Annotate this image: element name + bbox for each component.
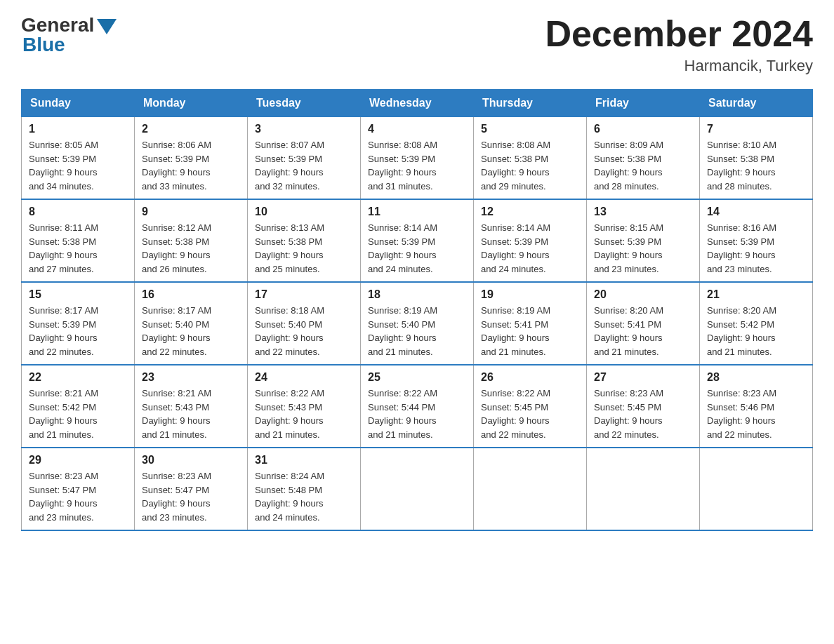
day-info-3: Sunrise: 8:07 AMSunset: 5:39 PMDaylight:… — [255, 138, 353, 193]
day-info-23: Sunrise: 8:21 AMSunset: 5:43 PMDaylight:… — [142, 387, 240, 441]
day-info-21: Sunrise: 8:20 AMSunset: 5:42 PMDaylight:… — [707, 304, 805, 358]
title-block: December 2024 Harmancik, Turkey — [545, 14, 813, 75]
day-number-25: 25 — [368, 371, 466, 384]
day-info-16: Sunrise: 8:17 AMSunset: 5:40 PMDaylight:… — [142, 304, 240, 358]
day-info-26: Sunrise: 8:22 AMSunset: 5:45 PMDaylight:… — [481, 387, 579, 441]
day-info-28: Sunrise: 8:23 AMSunset: 5:46 PMDaylight:… — [707, 387, 805, 441]
day-number-9: 9 — [142, 206, 240, 218]
day-number-31: 31 — [255, 454, 353, 467]
day-cell-6: 6Sunrise: 8:09 AMSunset: 5:38 PMDaylight… — [587, 117, 700, 200]
day-number-21: 21 — [707, 288, 805, 301]
day-cell-29: 29Sunrise: 8:23 AMSunset: 5:47 PMDayligh… — [22, 448, 135, 530]
day-number-29: 29 — [29, 454, 127, 467]
empty-cell — [361, 448, 474, 530]
day-number-18: 18 — [368, 288, 466, 301]
empty-cell — [474, 448, 587, 530]
day-number-22: 22 — [29, 371, 127, 384]
empty-cell — [587, 448, 700, 530]
day-number-6: 6 — [594, 123, 692, 135]
day-cell-24: 24Sunrise: 8:22 AMSunset: 5:43 PMDayligh… — [248, 365, 361, 448]
day-cell-9: 9Sunrise: 8:12 AMSunset: 5:38 PMDaylight… — [135, 199, 248, 282]
header-saturday: Saturday — [700, 90, 813, 117]
day-cell-21: 21Sunrise: 8:20 AMSunset: 5:42 PMDayligh… — [700, 282, 813, 365]
logo: General Blue — [21, 14, 117, 56]
day-info-29: Sunrise: 8:23 AMSunset: 5:47 PMDaylight:… — [29, 469, 127, 524]
header-row: SundayMondayTuesdayWednesdayThursdayFrid… — [22, 90, 813, 117]
day-cell-25: 25Sunrise: 8:22 AMSunset: 5:44 PMDayligh… — [361, 365, 474, 448]
day-info-30: Sunrise: 8:23 AMSunset: 5:47 PMDaylight:… — [142, 469, 240, 524]
header-wednesday: Wednesday — [361, 90, 474, 117]
day-info-15: Sunrise: 8:17 AMSunset: 5:39 PMDaylight:… — [29, 304, 127, 358]
day-info-27: Sunrise: 8:23 AMSunset: 5:45 PMDaylight:… — [594, 387, 692, 441]
day-info-24: Sunrise: 8:22 AMSunset: 5:43 PMDaylight:… — [255, 387, 353, 441]
logo-blue-text: Blue — [21, 34, 117, 56]
day-number-16: 16 — [142, 288, 240, 301]
header-tuesday: Tuesday — [248, 90, 361, 117]
day-number-26: 26 — [481, 371, 579, 384]
day-info-10: Sunrise: 8:13 AMSunset: 5:38 PMDaylight:… — [255, 221, 353, 276]
day-number-8: 8 — [29, 206, 127, 218]
day-info-20: Sunrise: 8:20 AMSunset: 5:41 PMDaylight:… — [594, 304, 692, 358]
day-number-28: 28 — [707, 371, 805, 384]
day-info-18: Sunrise: 8:19 AMSunset: 5:40 PMDaylight:… — [368, 304, 466, 358]
day-cell-31: 31Sunrise: 8:24 AMSunset: 5:48 PMDayligh… — [248, 448, 361, 530]
day-number-20: 20 — [594, 288, 692, 301]
location-label: Harmancik, Turkey — [545, 57, 813, 75]
day-cell-27: 27Sunrise: 8:23 AMSunset: 5:45 PMDayligh… — [587, 365, 700, 448]
day-cell-17: 17Sunrise: 8:18 AMSunset: 5:40 PMDayligh… — [248, 282, 361, 365]
day-number-11: 11 — [368, 206, 466, 218]
day-cell-10: 10Sunrise: 8:13 AMSunset: 5:38 PMDayligh… — [248, 199, 361, 282]
day-cell-19: 19Sunrise: 8:19 AMSunset: 5:41 PMDayligh… — [474, 282, 587, 365]
day-cell-1: 1Sunrise: 8:05 AMSunset: 5:39 PMDaylight… — [22, 117, 135, 200]
day-number-7: 7 — [707, 123, 805, 135]
day-info-25: Sunrise: 8:22 AMSunset: 5:44 PMDaylight:… — [368, 387, 466, 441]
day-cell-30: 30Sunrise: 8:23 AMSunset: 5:47 PMDayligh… — [135, 448, 248, 530]
day-number-2: 2 — [142, 123, 240, 135]
week-row-4: 22Sunrise: 8:21 AMSunset: 5:42 PMDayligh… — [22, 365, 813, 448]
day-number-13: 13 — [594, 206, 692, 218]
day-cell-3: 3Sunrise: 8:07 AMSunset: 5:39 PMDaylight… — [248, 117, 361, 200]
day-info-14: Sunrise: 8:16 AMSunset: 5:39 PMDaylight:… — [707, 221, 805, 276]
day-cell-26: 26Sunrise: 8:22 AMSunset: 5:45 PMDayligh… — [474, 365, 587, 448]
day-number-3: 3 — [255, 123, 353, 135]
day-cell-22: 22Sunrise: 8:21 AMSunset: 5:42 PMDayligh… — [22, 365, 135, 448]
day-info-22: Sunrise: 8:21 AMSunset: 5:42 PMDaylight:… — [29, 387, 127, 441]
day-number-5: 5 — [481, 123, 579, 135]
day-number-30: 30 — [142, 454, 240, 467]
day-info-6: Sunrise: 8:09 AMSunset: 5:38 PMDaylight:… — [594, 138, 692, 193]
header-sunday: Sunday — [22, 90, 135, 117]
empty-cell — [700, 448, 813, 530]
day-number-4: 4 — [368, 123, 466, 135]
day-number-14: 14 — [707, 206, 805, 218]
day-cell-15: 15Sunrise: 8:17 AMSunset: 5:39 PMDayligh… — [22, 282, 135, 365]
day-cell-20: 20Sunrise: 8:20 AMSunset: 5:41 PMDayligh… — [587, 282, 700, 365]
week-row-1: 1Sunrise: 8:05 AMSunset: 5:39 PMDaylight… — [22, 117, 813, 200]
header-thursday: Thursday — [474, 90, 587, 117]
day-cell-12: 12Sunrise: 8:14 AMSunset: 5:39 PMDayligh… — [474, 199, 587, 282]
day-cell-14: 14Sunrise: 8:16 AMSunset: 5:39 PMDayligh… — [700, 199, 813, 282]
day-cell-7: 7Sunrise: 8:10 AMSunset: 5:38 PMDaylight… — [700, 117, 813, 200]
day-cell-8: 8Sunrise: 8:11 AMSunset: 5:38 PMDaylight… — [22, 199, 135, 282]
day-number-1: 1 — [29, 123, 127, 135]
day-info-12: Sunrise: 8:14 AMSunset: 5:39 PMDaylight:… — [481, 221, 579, 276]
day-number-23: 23 — [142, 371, 240, 384]
day-cell-11: 11Sunrise: 8:14 AMSunset: 5:39 PMDayligh… — [361, 199, 474, 282]
day-cell-4: 4Sunrise: 8:08 AMSunset: 5:39 PMDaylight… — [361, 117, 474, 200]
day-info-13: Sunrise: 8:15 AMSunset: 5:39 PMDaylight:… — [594, 221, 692, 276]
day-info-17: Sunrise: 8:18 AMSunset: 5:40 PMDaylight:… — [255, 304, 353, 358]
day-number-15: 15 — [29, 288, 127, 301]
day-cell-5: 5Sunrise: 8:08 AMSunset: 5:38 PMDaylight… — [474, 117, 587, 200]
month-title: December 2024 — [545, 14, 813, 54]
day-cell-16: 16Sunrise: 8:17 AMSunset: 5:40 PMDayligh… — [135, 282, 248, 365]
day-info-5: Sunrise: 8:08 AMSunset: 5:38 PMDaylight:… — [481, 138, 579, 193]
week-row-3: 15Sunrise: 8:17 AMSunset: 5:39 PMDayligh… — [22, 282, 813, 365]
week-row-5: 29Sunrise: 8:23 AMSunset: 5:47 PMDayligh… — [22, 448, 813, 530]
calendar-table: SundayMondayTuesdayWednesdayThursdayFrid… — [21, 89, 813, 531]
day-info-11: Sunrise: 8:14 AMSunset: 5:39 PMDaylight:… — [368, 221, 466, 276]
day-cell-28: 28Sunrise: 8:23 AMSunset: 5:46 PMDayligh… — [700, 365, 813, 448]
day-cell-23: 23Sunrise: 8:21 AMSunset: 5:43 PMDayligh… — [135, 365, 248, 448]
calendar-header: SundayMondayTuesdayWednesdayThursdayFrid… — [22, 90, 813, 117]
logo-triangle-icon — [97, 19, 117, 34]
day-info-31: Sunrise: 8:24 AMSunset: 5:48 PMDaylight:… — [255, 469, 353, 524]
day-cell-13: 13Sunrise: 8:15 AMSunset: 5:39 PMDayligh… — [587, 199, 700, 282]
